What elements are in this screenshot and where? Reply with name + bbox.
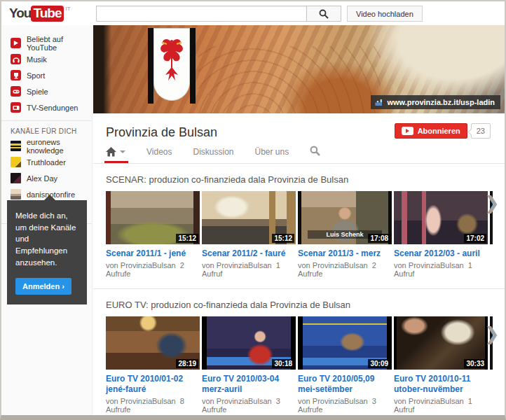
sign-in-promo: Melde dich an, um deine Kanäle und Empfe… (7, 200, 87, 304)
carousel-next-button[interactable]: ❯ (484, 193, 500, 214)
channel-avatar (11, 173, 21, 183)
search-icon (310, 146, 320, 156)
section-euro-tv: EURO TV: produzion co-finanzieda dala Pr… (93, 289, 505, 415)
video-thumbnail[interactable]: 28:19 (106, 316, 200, 370)
website-favicon-icon (375, 99, 383, 106)
banner-shadow (93, 25, 111, 113)
video-card: 28:19 Euro TV 2010/01-02 jené-fauré von … (106, 316, 200, 414)
search-button[interactable] (306, 6, 341, 22)
main-content: www.provinzia.bz.it/usp-ladin Provinzia … (93, 25, 505, 415)
sidebar-item-sport[interactable]: Sport (1, 67, 92, 83)
video-author-link[interactable]: von ProvinziaBulsan (394, 261, 464, 270)
video-card: 15:12 Scenar 2011/2 - fauré von Provinzi… (202, 191, 296, 278)
tv-icon (11, 102, 21, 113)
channels-for-you-header: KANÄLE FÜR DICH (1, 125, 92, 138)
carousel-next-button[interactable]: ❯ (484, 324, 500, 345)
video-byline: von ProvinziaBulsan1 Aufruf (202, 261, 296, 278)
sidebar-item-popular[interactable]: Beliebt auf YouTube (1, 35, 92, 51)
games-icon (11, 86, 21, 97)
video-card: Luis Schenk 17:08 Scenar 2011/3 - merz v… (298, 191, 392, 278)
sidebar-item-games[interactable]: Spiele (1, 83, 92, 99)
video-thumbnail[interactable]: 17:02 (394, 191, 488, 244)
tab-videos[interactable]: Videos (146, 147, 172, 163)
section-title: SCENAR: produzion co-finanzieda dala Pro… (106, 164, 505, 191)
upload-video-button[interactable]: Video hochladen (347, 6, 423, 22)
video-byline: von ProvinziaBulsan2 Aufrufe (106, 261, 200, 278)
sign-in-button[interactable]: Anmelden › (15, 278, 71, 295)
banner-website-link[interactable]: www.provinzia.bz.it/usp-ladin (371, 95, 500, 109)
channel-label: Alex Day (27, 174, 57, 183)
video-byline: von ProvinziaBulsan1 Aufruf (394, 261, 488, 278)
sidebar-item-label: Sport (27, 71, 45, 80)
video-author-link[interactable]: von ProvinziaBulsan (394, 397, 464, 405)
youtube-logo[interactable]: YouTubeIT (9, 6, 71, 21)
video-byline: von ProvinziaBulsan1 Aufruf (394, 397, 488, 414)
tab-about[interactable]: Über uns (255, 147, 289, 163)
video-title-link[interactable]: Euro TV 2010/05,09 mei-setëmber (298, 374, 392, 395)
banner-fresco-texture (198, 46, 381, 113)
sidebar-item-tv-shows[interactable]: TV-Sendungen (1, 99, 92, 115)
popular-icon (11, 38, 21, 48)
video-title-link[interactable]: Scenar 2011/1 - jené (106, 248, 200, 259)
sidebar-channel-euronews[interactable]: euronews knowledge (1, 138, 92, 154)
sidebar-divider (1, 120, 92, 121)
video-thumbnail[interactable]: 30:09 (298, 316, 392, 370)
coat-of-arms (148, 28, 196, 104)
video-row: 15:12 Scenar 2011/1 - jené von Provinzia… (106, 191, 505, 278)
top-bar: YouTubeIT Video hochladen (1, 1, 505, 25)
duration-badge: 15:12 (176, 234, 198, 243)
sidebar-item-label: Musik (27, 55, 47, 64)
banner-link-text: www.provinzia.bz.it/usp-ladin (387, 98, 495, 106)
subscribe-label: Abonnieren (418, 127, 460, 135)
video-author-link[interactable]: von ProvinziaBulsan (298, 261, 368, 270)
video-thumbnail[interactable]: Luis Schenk 17:08 (298, 191, 392, 244)
video-author-link[interactable]: von ProvinziaBulsan (202, 397, 272, 405)
channel-avatar (11, 189, 21, 200)
channel-label: Truthloader (27, 158, 66, 167)
tab-discussion[interactable]: Diskussion (193, 147, 233, 163)
video-author-link[interactable]: von ProvinziaBulsan (106, 397, 176, 405)
sidebar-channel-truthloader[interactable]: Truthloader (1, 154, 92, 170)
video-title-link[interactable]: Euro TV 2010/03-04 merz-auril (202, 374, 296, 395)
video-author-link[interactable]: von ProvinziaBulsan (202, 261, 272, 270)
subscribe-button[interactable]: Abonnieren (395, 123, 467, 139)
video-title-link[interactable]: Scenar 2012/03 - auril (394, 248, 488, 259)
video-title-link[interactable]: Euro TV 2010/10-11 utober-nuvëmber (394, 374, 488, 395)
duration-badge: 30:33 (464, 359, 486, 368)
duration-badge: 30:18 (272, 359, 294, 368)
channel-tab-bar: Videos Diskussion Über uns (93, 140, 505, 164)
video-author-link[interactable]: von ProvinziaBulsan (106, 261, 176, 270)
logo-region-label: IT (65, 6, 70, 12)
video-thumbnail[interactable]: 15:12 (202, 191, 296, 244)
channel-avatar (11, 141, 21, 151)
sidebar-item-label: Beliebt auf YouTube (27, 35, 92, 52)
channel-search-button[interactable] (310, 146, 320, 165)
video-thumbnail[interactable]: 30:18 (202, 316, 296, 370)
sidebar: Beliebt auf YouTube Musik Sport Spiele T… (1, 25, 93, 415)
video-card: 30:33 Euro TV 2010/10-11 utober-nuvëmber… (394, 316, 488, 414)
section-scenar: SCENAR: produzion co-finanzieda dala Pro… (93, 164, 505, 289)
video-byline: von ProvinziaBulsan2 Aufrufe (298, 261, 392, 278)
sidebar-item-music[interactable]: Musik (1, 51, 92, 67)
video-card: 15:12 Scenar 2011/1 - jené von Provinzia… (106, 191, 200, 278)
search-form (96, 6, 341, 22)
sidebar-item-label: TV-Sendungen (27, 104, 78, 112)
tyrol-eagle-shield (153, 28, 190, 101)
search-input[interactable] (96, 6, 306, 22)
video-thumbnail[interactable]: 15:12 (106, 191, 200, 244)
video-title-link[interactable]: Scenar 2011/3 - merz (298, 248, 392, 259)
channel-banner: www.provinzia.bz.it/usp-ladin (93, 25, 505, 113)
channel-header: Provinzia de Bulsan Abonnieren 23 (93, 113, 505, 140)
music-icon (11, 54, 21, 64)
video-author-link[interactable]: von ProvinziaBulsan (298, 397, 368, 405)
video-title-link[interactable]: Euro TV 2010/01-02 jené-fauré (106, 374, 200, 395)
duration-badge: 17:08 (368, 234, 390, 243)
video-title-link[interactable]: Scenar 2011/2 - fauré (202, 248, 296, 259)
logo-tube-text: Tube (31, 6, 64, 22)
section-title: EURO TV: produzion co-finanzieda dala Pr… (106, 289, 505, 316)
video-thumbnail[interactable]: 30:33 (394, 316, 488, 370)
tab-home[interactable] (106, 147, 125, 163)
play-icon (402, 127, 413, 135)
sidebar-channel-alexday[interactable]: Alex Day (1, 170, 92, 186)
video-byline: von ProvinziaBulsan3 Aufrufe (298, 397, 392, 414)
